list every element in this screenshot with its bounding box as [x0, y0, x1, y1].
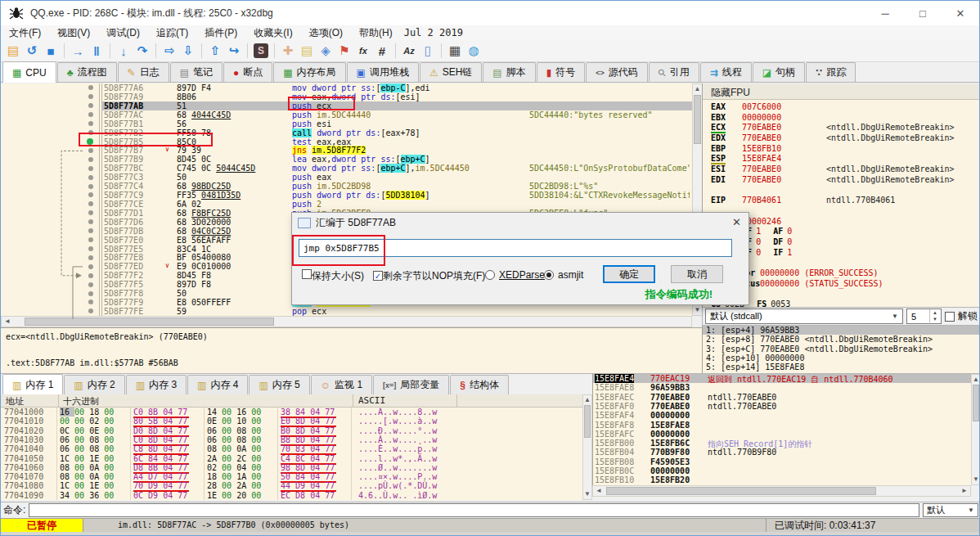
tab-script[interactable]: ▤脚本 [483, 62, 535, 82]
instruction-dot[interactable] [88, 300, 93, 304]
tab-dump-2[interactable]: ▥内存 2 [64, 375, 124, 394]
instruction-dot[interactable] [88, 157, 93, 162]
ok-button[interactable]: 确定 [603, 265, 655, 283]
tab-breakpoints[interactable]: ●断点 [223, 62, 272, 82]
scroll-right-icon[interactable]: ► [959, 486, 970, 496]
tab-dump-1[interactable]: ▥内存 1 [2, 374, 63, 395]
cancel-button[interactable]: 取消 [671, 265, 723, 283]
disasm-row[interactable]: 5D8F77CE6A 02push 2 [1, 200, 692, 209]
tab-notes[interactable]: ▤笔记 [170, 62, 223, 82]
memory-row[interactable]: 7704109034 00 36 000C D9 04 771E 00 20 0… [1, 491, 582, 500]
memory-row[interactable]: 770410200C 00 0E 00D0 8D 04 7706 00 08 0… [1, 426, 582, 435]
keep-size-checkbox[interactable]: 保持大小(S) [302, 269, 364, 283]
instruction-dot[interactable] [88, 255, 93, 260]
run-to-user-code-icon[interactable]: ↪ [225, 42, 243, 60]
stack-row[interactable]: 15E8FAEC770EABE0ntdll.770EABE0 [593, 393, 971, 402]
instruction-dot[interactable] [88, 246, 93, 251]
scroll-down-icon[interactable]: ▼ [583, 489, 591, 499]
tab-log[interactable]: ✎日志 [118, 62, 169, 82]
argument-count-stepper[interactable]: 5 ▲▼ [906, 309, 942, 324]
stack-row[interactable]: 15E8FAF400000000 [593, 411, 971, 420]
instruction-dot[interactable] [88, 166, 93, 171]
stepper-arrows-icon[interactable]: ▲▼ [929, 309, 940, 322]
breakpoint-dot[interactable] [87, 138, 93, 145]
instruction-dot[interactable] [88, 219, 93, 224]
tab-trace[interactable]: ∵跟踪 [806, 62, 856, 82]
hex-group[interactable]: 00 00 02 00 [60, 417, 115, 426]
hex-group[interactable]: 0C 00 0E 00 [60, 426, 115, 435]
trace-over-icon[interactable]: ⇩ [179, 42, 197, 60]
disasm-row[interactable]: 5D8F77B7∨79 39jns im.5D8F77F2 [1, 146, 692, 155]
stack-vscroll-thumb[interactable] [973, 385, 979, 421]
memory-row[interactable]: 7704107008 00 0A 00A4 D7 04 7718 00 1A 0… [1, 472, 582, 481]
menu-item-help[interactable]: 帮助(H) [351, 26, 401, 40]
menu-item-options[interactable]: 选项(O) [301, 26, 351, 40]
fill-nop-checkbox[interactable]: ✓剩余字节以NOP填充(F) [373, 269, 485, 283]
disasm-row[interactable]: 5D8F77C468 98BDC25Dpush im.5DC2BD985DC2B… [1, 182, 692, 191]
hex-group[interactable]: 02 00 04 00 [207, 463, 263, 472]
stack-row[interactable]: 15E8FB0C00000000 [593, 466, 971, 475]
calculator-icon[interactable]: ▦ [446, 42, 464, 60]
hex-group[interactable]: 08 00 0A 00 [207, 444, 263, 453]
hex-group[interactable]: 18 00 1A 00 [207, 472, 263, 481]
disasm-row[interactable]: 5D8F77A6897D F4mov dword ptr ss:[ebp-C],… [1, 83, 692, 92]
maximize-button[interactable]: □ [904, 1, 942, 25]
scroll-down-icon[interactable]: ▼ [972, 475, 980, 484]
patches-icon[interactable]: ✚ [279, 42, 297, 60]
instruction-dot[interactable] [88, 228, 93, 233]
register-row[interactable]: EAX007C6000 [703, 102, 980, 113]
argument-row[interactable]: 2: [esp+8] 770EABE0 <ntdll.DbgUiRemoteBr… [703, 335, 980, 344]
instruction-dot[interactable] [88, 309, 93, 313]
disasm-row[interactable]: 5D8F77C9FF35 0481D35Dpush dword ptr ds:[… [1, 191, 692, 200]
hex-group[interactable]: 1E 00 20 00 [207, 491, 263, 500]
stack-row[interactable]: 15E8FB1015E8FB20 [593, 475, 971, 484]
case-convert-icon[interactable]: Az [400, 42, 418, 60]
trace-into-icon[interactable]: ⇨ [160, 42, 178, 60]
tab-call-stack[interactable]: ▣调用堆栈 [347, 62, 419, 82]
stack-row[interactable]: 15E8FAFC00000000 [593, 430, 971, 439]
hex-group[interactable]: 1C 00 1E 00 [60, 481, 115, 490]
labels-icon[interactable]: ◈ [317, 42, 335, 60]
stack-row[interactable]: 15E8FAE896A59BB3 [593, 383, 971, 392]
stack-row[interactable]: 15E8FAF0770EABE0ntdll.770EABE0 [593, 402, 971, 411]
scroll-up-icon[interactable]: ▲ [693, 84, 702, 94]
tab-graph[interactable]: ♣流程图 [57, 62, 117, 82]
stack-hscroll-thumb[interactable] [606, 487, 876, 495]
stack-row[interactable]: 15E8FB08F45905E3 [593, 457, 971, 466]
register-row[interactable]: EBX00000000 [703, 113, 980, 124]
instruction-dot[interactable] [88, 94, 93, 99]
bookmarks-icon[interactable]: ⚑ [335, 42, 353, 60]
memory-dump[interactable]: 7704100016 00 18 00C0 8B 04 7714 00 16 0… [1, 408, 582, 500]
disasm-hscrollbar[interactable]: ◄ [1, 316, 692, 327]
tab-references[interactable]: ⚲引用 [649, 62, 699, 82]
memory-row[interactable]: 7704104006 00 08 00C8 8D 04 7708 00 0A 0… [1, 444, 582, 453]
stop-icon[interactable]: ■ [42, 42, 60, 60]
argument-row[interactable]: 4: [esp+10] 00000000 [703, 354, 980, 363]
col-address[interactable]: 地址 [6, 395, 24, 408]
hide-fpu-header[interactable]: 隐藏FPU [703, 83, 980, 100]
instruction-dot[interactable] [88, 103, 93, 108]
disasm-row[interactable]: 5D8F77C350push eax [1, 173, 692, 182]
functions-icon[interactable]: fx [354, 42, 372, 60]
register-row[interactable]: EDI770EABE0<ntdll.DbgUiRemoteBreakin> [703, 175, 980, 186]
tab-struct[interactable]: §结构体 [450, 375, 509, 394]
title-bar[interactable]: QQ.exe - PID: 268C - 模块: im.dll - 线程: 25… [1, 1, 979, 25]
hash-icon[interactable]: # [373, 42, 391, 60]
close-button[interactable]: ✕ [942, 1, 979, 25]
hex-group[interactable]: 28 00 2A 00 [207, 481, 263, 490]
instruction-dot[interactable] [88, 85, 93, 90]
hex-group[interactable]: 14 00 16 00 [207, 408, 263, 417]
pause-icon[interactable]: ‖ [88, 42, 106, 60]
memory-row[interactable]: 770410501C 00 1E 006C 84 04 772A 00 2C 0… [1, 454, 582, 463]
skip-icon[interactable]: S [254, 43, 268, 58]
stack-row[interactable]: 15E8FB04770B9F80ntdll.770B9F80 [593, 448, 971, 457]
instruction-dot[interactable] [88, 273, 93, 278]
register-row[interactable]: ESP15E8FAE4 [703, 154, 980, 164]
disasm-row[interactable]: 5D8F77A98B06mov eax,dword ptr ds:[esi] [1, 92, 692, 101]
menu-item-view[interactable]: 视图(V) [49, 26, 98, 40]
disasm-hscroll-thumb[interactable] [25, 318, 274, 326]
instruction-dot[interactable] [88, 201, 93, 206]
register-row[interactable]: ESI770EABE0<ntdll.DbgUiRemoteBreakin> [703, 164, 980, 175]
tab-dump-4[interactable]: ▥内存 4 [187, 375, 248, 394]
argument-row[interactable]: 3: [esp+C] 770EABE0 <ntdll.DbgUiRemoteBr… [703, 345, 980, 354]
